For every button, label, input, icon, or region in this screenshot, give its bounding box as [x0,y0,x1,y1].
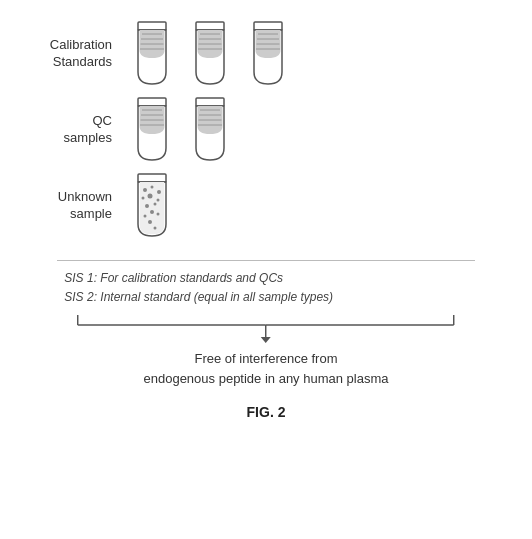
svg-rect-0 [138,22,166,30]
svg-point-29 [157,190,161,194]
bracket-svg [64,313,467,343]
svg-point-37 [157,213,160,216]
svg-point-30 [142,197,145,200]
free-text: Free of interference from endogenous pep… [143,349,388,388]
unknown-tubes [130,172,174,240]
sis-lines: SIS 1: For calibration standards and QCs… [64,269,467,307]
sis2-text: SIS 2: Internal standard (equal in all s… [64,288,467,307]
svg-point-38 [148,220,152,224]
qc-row: QCsamples [20,96,512,164]
unknown-row: Unknownsample [20,172,512,240]
tube-cal-2 [188,20,232,88]
svg-point-39 [154,227,157,230]
svg-rect-5 [196,22,224,30]
free-text-line2: endogenous peptide in any human plasma [143,369,388,389]
tube-qc-1 [130,96,174,164]
sis1-text: SIS 1: For calibration standards and QCs [64,269,467,288]
svg-rect-15 [138,98,166,106]
svg-point-31 [148,194,153,199]
svg-point-32 [157,199,160,202]
unknown-label: Unknownsample [20,189,130,223]
fig-label: FIG. 2 [247,404,286,420]
calibration-tubes [130,20,290,88]
tube-unknown-1 [130,172,174,240]
tube-cal-1 [130,20,174,88]
svg-point-34 [154,203,157,206]
svg-rect-25 [138,174,166,182]
tube-qc-2 [188,96,232,164]
qc-label: QCsamples [20,113,130,147]
calibration-label: CalibrationStandards [20,37,130,71]
svg-point-35 [150,210,154,214]
bracket-row [64,313,467,343]
diagram-container: CalibrationStandards [0,0,532,539]
tube-cal-3 [246,20,290,88]
svg-point-33 [145,204,149,208]
svg-point-27 [143,188,147,192]
svg-rect-10 [254,22,282,30]
qc-tubes [130,96,232,164]
tubes-section: CalibrationStandards [20,20,512,240]
svg-marker-45 [261,337,271,343]
calibration-row: CalibrationStandards [20,20,512,88]
svg-point-36 [144,215,147,218]
free-text-line1: Free of interference from [143,349,388,369]
svg-rect-20 [196,98,224,106]
svg-point-28 [151,186,154,189]
